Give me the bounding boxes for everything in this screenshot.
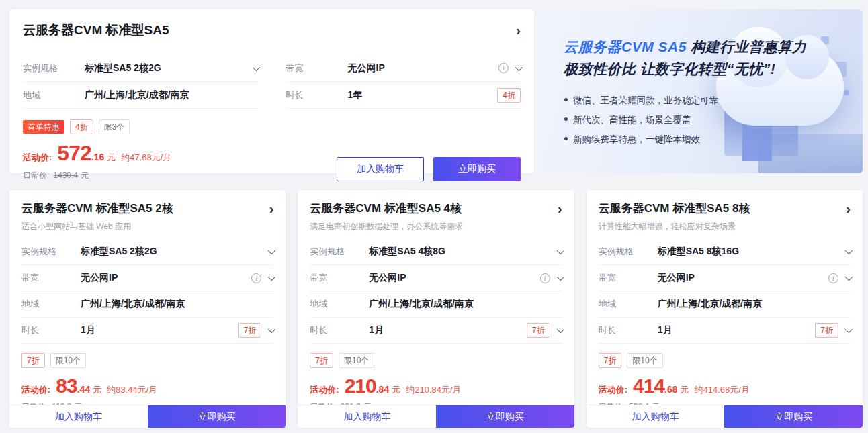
chevron-down-icon[interactable] [556,247,564,254]
card-badges: 7折 限10个 [599,353,851,368]
add-to-cart-button[interactable]: 加入购物车 [587,405,725,428]
price-block: 活动价: 572 .16 元 约47.68元/月 日常价:1430.4元 [23,141,171,181]
chevron-right-icon[interactable]: › [516,23,521,37]
spec-row[interactable]: 实例规格 标准型SA5 2核2G [23,55,258,82]
spec-value[interactable]: 标准型SA5 2核2G [85,62,253,75]
bandwidth-row[interactable]: 带宽 无公网IP i [310,265,562,291]
product-card-sa5-8core: 云服务器CVM 标准型SA5 8核 › 计算性能大幅增强，轻松应对复杂场景 实例… [587,190,863,428]
discount-badge: 4折 [70,119,93,134]
price-decimal: .68 [664,384,677,395]
discount-badge: 7折 [599,353,622,368]
chevron-down-icon[interactable] [515,63,523,70]
promo-banner[interactable]: 云服务器CVM SA5 构建行业普惠算力 极致性价比 让数字化转型“无忧”! 微… [539,9,863,173]
chevron-down-icon[interactable] [556,326,564,333]
region-row: 地域 广州/上海/北京/成都/南京 [310,291,562,318]
buy-now-button[interactable]: 立即购买 [148,405,286,428]
bandwidth-label: 带宽 [599,272,658,284]
duration-value[interactable]: 1月 [658,324,816,336]
activity-price-label: 活动价: [23,152,52,164]
card-subtitle: 满足电商初创期数据处理，办公系统等需求 [310,221,562,232]
limit-badge: 限10个 [50,353,86,368]
discount-badge: 7折 [527,323,550,338]
bandwidth-row[interactable]: 带宽 无公网IP i [21,265,273,291]
buy-now-button[interactable]: 立即购买 [436,405,574,428]
bandwidth-label: 带宽 [286,62,348,75]
spec-row[interactable]: 实例规格 标准型SA5 2核2G [21,239,273,265]
duration-row[interactable]: 时长 1年 4折 [286,82,521,109]
duration-value[interactable]: 1年 [348,89,498,101]
product-card-sa5-4core: 云服务器CVM 标准型SA5 4核 › 满足电商初创期数据处理，办公系统等需求 … [298,190,574,428]
card-header: 云服务器CVM 标准型SA5 2核 › [21,201,273,216]
bandwidth-row[interactable]: 带宽 无公网IP i [286,55,521,82]
main-card-price-section: 活动价: 572 .16 元 约47.68元/月 日常价:1430.4元 加入购… [23,141,521,181]
price-unit: 元 [93,384,101,396]
chevron-down-icon[interactable] [268,273,275,281]
chevron-right-icon[interactable]: › [846,202,851,215]
region-row: 地域 广州/上海/北京/成都/南京 [23,82,258,109]
card-badges: 7折 限10个 [310,353,562,368]
price-unit: 元 [392,384,400,396]
main-card-header: 云服务器CVM 标准型SA5 › [23,21,521,39]
card-title: 云服务器CVM 标准型SA5 4核 [310,201,462,216]
spec-label: 实例规格 [599,246,658,258]
first-order-badge: 首单特惠 [23,120,64,134]
add-to-cart-button[interactable]: 加入购物车 [337,157,424,181]
bandwidth-row[interactable]: 带宽 无公网IP i [599,265,851,291]
info-icon[interactable]: i [828,273,838,283]
top-section: 云服务器CVM 标准型SA5 › 实例规格 标准型SA5 2核2G 带宽 无公网… [9,9,863,173]
spec-row[interactable]: 实例规格 标准型SA5 4核8G [310,239,562,265]
region-label: 地域 [23,89,85,101]
price-integer: 572 [57,141,91,166]
bandwidth-value[interactable]: 无公网IP [81,272,251,284]
add-to-cart-button[interactable]: 加入购物车 [9,405,148,428]
activity-price: 活动价: 210 .84 元 约210.84元/月 [310,375,562,397]
card-footer: 加入购物车 立即购买 [298,405,574,428]
price-unit: 元 [681,384,689,396]
info-icon[interactable]: i [540,273,550,283]
duration-row[interactable]: 时长 1月 7折 [310,318,562,344]
card-subtitle: 适合小型网站与基础 Web 应用 [21,221,273,232]
chevron-down-icon[interactable] [556,273,564,281]
price-integer: 210 [345,375,376,397]
monthly-price: 约47.68元/月 [121,152,171,164]
chevron-right-icon[interactable]: › [558,202,562,215]
banner-title-line1: 云服务器CVM SA5 构建行业普惠算力 [564,36,863,58]
chevron-down-icon[interactable] [268,326,275,333]
monthly-price: 约83.44元/月 [107,384,157,396]
duration-value[interactable]: 1月 [369,324,527,336]
region-value: 广州/上海/北京/成都/南京 [369,298,562,310]
bandwidth-value[interactable]: 无公网IP [348,62,499,75]
add-to-cart-button[interactable]: 加入购物车 [298,405,436,428]
spec-value[interactable]: 标准型SA5 2核2G [81,246,268,258]
chevron-down-icon[interactable] [845,247,853,254]
chevron-down-icon[interactable] [268,247,275,254]
region-label: 地域 [21,298,81,310]
spec-label: 实例规格 [21,246,81,258]
card-footer: 加入购物车 立即购买 [9,405,286,428]
product-card-list: 云服务器CVM 标准型SA5 2核 › 适合小型网站与基础 Web 应用 实例规… [9,190,863,428]
buy-now-button[interactable]: 立即购买 [724,405,863,428]
bandwidth-label: 带宽 [310,272,369,284]
spec-value[interactable]: 标准型SA5 8核16G [658,246,845,258]
info-icon[interactable]: i [498,63,509,73]
card-config: 实例规格 标准型SA5 4核8G 带宽 无公网IP i 地域 广州/上海/北京/… [310,239,562,344]
chevron-down-icon[interactable] [845,326,853,333]
duration-label: 时长 [310,324,369,336]
chevron-down-icon[interactable] [252,63,259,70]
main-card-config: 实例规格 标准型SA5 2核2G 带宽 无公网IP i 地域 广州/上海/北京/… [23,55,521,109]
region-row: 地域 广州/上海/北京/成都/南京 [21,291,273,318]
duration-row[interactable]: 时长 1月 7折 [599,318,851,344]
bandwidth-value[interactable]: 无公网IP [369,272,539,284]
spec-value[interactable]: 标准型SA5 4核8G [369,246,556,258]
duration-value[interactable]: 1月 [81,324,238,336]
chevron-right-icon[interactable]: › [269,202,274,215]
main-card-actions: 加入购物车 立即购买 [337,157,521,181]
bandwidth-value[interactable]: 无公网IP [658,272,828,284]
region-value: 广州/上海/北京/成都/南京 [85,89,258,101]
buy-now-button[interactable]: 立即购买 [433,157,521,181]
spec-row[interactable]: 实例规格 标准型SA5 8核16G [599,239,851,265]
pricing-page: 云服务器CVM 标准型SA5 › 实例规格 标准型SA5 2核2G 带宽 无公网… [0,0,868,433]
chevron-down-icon[interactable] [845,273,853,281]
info-icon[interactable]: i [251,273,261,283]
duration-row[interactable]: 时长 1月 7折 [21,318,273,344]
